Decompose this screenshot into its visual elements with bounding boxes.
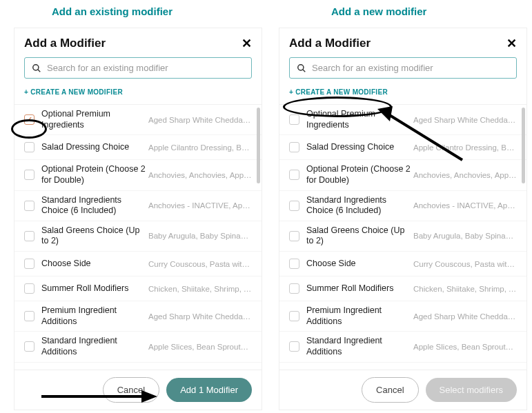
modal-title: Add a Modifier <box>289 37 371 50</box>
checkbox[interactable] <box>289 370 299 370</box>
create-new-modifier-link[interactable]: + CREATE A NEW MODIFIER <box>24 88 123 96</box>
list-item[interactable]: Add AvocadoAvocado <box>279 363 526 370</box>
list-item[interactable]: Salad Greens Choice (Up to 2)Baby Arugul… <box>279 221 526 252</box>
checkbox[interactable] <box>289 201 299 211</box>
list-item[interactable]: Standard Ingredients Choice (6 Included)… <box>279 191 526 221</box>
modifier-desc: Chicken, Shiitake, Shrimp, Tuna, T… <box>148 285 252 293</box>
list-item[interactable]: Standard Ingredient AdditionsApple Slice… <box>279 332 526 362</box>
modifier-name: Standard Ingredient Additions <box>41 336 148 357</box>
checkbox[interactable] <box>289 259 299 269</box>
heading-right: Add a new modifier <box>331 6 426 17</box>
checkbox[interactable] <box>24 341 35 352</box>
checkbox[interactable] <box>24 231 35 241</box>
list-item[interactable]: Premium Ingredient AdditionsAged Sharp W… <box>279 301 526 332</box>
svg-line-3 <box>303 69 306 72</box>
modifier-desc: Anchovies - INACTIVE, Apple Sli… <box>148 201 252 210</box>
scrollbar-thumb[interactable] <box>257 108 260 183</box>
search-icon <box>32 63 41 73</box>
list-item[interactable]: Optional Premium IngredientsAged Sharp W… <box>279 105 526 135</box>
modifier-name: Salad Dressing Choice <box>41 142 148 153</box>
list-item[interactable]: Choose SideCurry Couscous, Pasta with Su… <box>279 252 526 276</box>
list-item[interactable]: Add AvocadoAvocado <box>14 363 262 370</box>
checkbox[interactable] <box>289 341 299 352</box>
list-item[interactable]: Salad Greens Choice (Up to 2)Baby Arugul… <box>14 221 262 252</box>
modifier-name: Salad Dressing Choice <box>306 142 413 153</box>
cancel-button[interactable]: Cancel <box>103 377 159 403</box>
list-item[interactable]: Salad Dressing ChoiceApple Cilantro Dres… <box>14 135 262 160</box>
checkbox[interactable] <box>289 114 299 125</box>
modifier-desc: Curry Couscous, Pasta with Sund… <box>413 260 517 268</box>
modifier-desc: Chicken, Shiitake, Shrimp, Tuna, T… <box>413 285 517 293</box>
list-item[interactable]: Standard Ingredients Choice (6 Included)… <box>14 191 262 221</box>
modifier-list: Optional Premium IngredientsAged Sharp W… <box>279 104 526 370</box>
modifier-name: Salad Greens Choice (Up to 2) <box>306 225 413 247</box>
list-item[interactable]: Premium Ingredient AdditionsAged Sharp W… <box>14 301 262 332</box>
heading-left: Add an existing modifier <box>52 6 173 17</box>
modifier-name: Optional Protein (Choose 2 for Double) <box>41 164 148 185</box>
modifier-desc: Curry Couscous, Pasta with Sund… <box>148 260 252 268</box>
modifier-desc: Aged Sharp White Cheddar Chee… <box>148 312 252 321</box>
search-input[interactable] <box>47 63 244 73</box>
modifier-desc: Aged Sharp White Cheddar Chee… <box>148 116 252 124</box>
modifier-name: Premium Ingredient Additions <box>306 305 413 327</box>
modal-existing: Add a Modifier ✕ + CREATE A NEW MODIFIER… <box>14 28 262 410</box>
cancel-button[interactable]: Cancel <box>362 377 418 403</box>
checkbox[interactable] <box>289 231 299 241</box>
modifier-desc: Anchovies, Anchovies, Applewoo… <box>413 171 517 179</box>
search-input[interactable] <box>312 63 509 73</box>
list-item[interactable]: Summer Roll ModifiersChicken, Shiitake, … <box>14 276 262 301</box>
modifier-name: Choose Side <box>306 259 413 270</box>
modifier-desc: Anchovies, Anchovies, Applewoo… <box>148 171 252 179</box>
modal-title: Add a Modifier <box>24 37 106 50</box>
checkbox[interactable] <box>289 283 299 294</box>
list-item[interactable]: Optional Protein (Choose 2 for Double)An… <box>14 160 262 190</box>
list-item[interactable]: Standard Ingredient AdditionsApple Slice… <box>14 332 262 362</box>
modifier-desc: Baby Arugula, Baby Spinach, Butt… <box>148 232 252 240</box>
svg-point-0 <box>33 64 39 70</box>
modifier-desc: Aged Sharp White Cheddar Chee… <box>413 312 517 321</box>
create-new-modifier-link[interactable]: + CREATE A NEW MODIFIER <box>289 88 388 96</box>
search-icon <box>297 63 306 73</box>
list-item[interactable]: Optional Protein (Choose 2 for Double)An… <box>279 160 526 190</box>
checkbox[interactable] <box>24 311 35 321</box>
modifier-desc: Baby Arugula, Baby Spinach, Butt… <box>413 232 517 240</box>
list-item[interactable]: Summer Roll ModifiersChicken, Shiitake, … <box>279 276 526 301</box>
search-input-wrap[interactable] <box>24 57 252 79</box>
select-modifiers-button[interactable]: Select modifiers <box>426 378 517 402</box>
modifier-name: Standard Ingredients Choice (6 Included) <box>41 195 148 216</box>
modifier-name: Standard Ingredient Additions <box>306 336 413 357</box>
modifier-name: Premium Ingredient Additions <box>41 305 148 327</box>
checkbox[interactable] <box>24 114 35 125</box>
close-icon[interactable]: ✕ <box>506 37 517 50</box>
checkbox[interactable] <box>289 142 299 152</box>
checkbox[interactable] <box>289 170 299 180</box>
checkbox[interactable] <box>24 142 35 152</box>
modifier-name: Salad Greens Choice (Up to 2) <box>41 225 148 247</box>
list-item[interactable]: Salad Dressing ChoiceApple Cilantro Dres… <box>279 135 526 160</box>
modifier-desc: Apple Slices, Bean Sprouts, Black … <box>148 343 252 351</box>
modifier-desc: Anchovies - INACTIVE, Apple Sli… <box>413 201 517 210</box>
modifier-name: Summer Roll Modifiers <box>306 283 413 294</box>
scrollbar-thumb[interactable] <box>522 108 525 183</box>
checkbox[interactable] <box>24 370 35 370</box>
checkbox[interactable] <box>24 283 35 294</box>
modifier-name: Add Avocado <box>41 369 148 370</box>
modifier-name: Choose Side <box>41 259 148 270</box>
checkbox[interactable] <box>289 311 299 321</box>
svg-point-2 <box>298 64 304 70</box>
search-input-wrap[interactable] <box>289 57 517 79</box>
modifier-desc: Aged Sharp White Cheddar Chee… <box>413 116 517 124</box>
modifier-name: Summer Roll Modifiers <box>41 283 148 294</box>
checkbox[interactable] <box>24 201 35 211</box>
add-modifier-button[interactable]: Add 1 Modifier <box>166 378 252 402</box>
modifier-desc: Apple Cilantro Dressing, Balsami… <box>148 143 252 152</box>
modifier-name: Add Avocado <box>306 369 413 370</box>
modifier-desc: Apple Cilantro Dressing, Balsami… <box>413 143 517 152</box>
checkbox[interactable] <box>24 259 35 269</box>
checkbox[interactable] <box>24 170 35 180</box>
close-icon[interactable]: ✕ <box>242 37 252 50</box>
modifier-desc: Apple Slices, Bean Sprouts, Black … <box>413 343 517 351</box>
list-item[interactable]: Choose SideCurry Couscous, Pasta with Su… <box>14 252 262 276</box>
list-item[interactable]: Optional Premium IngredientsAged Sharp W… <box>14 105 262 135</box>
modifier-list: Optional Premium IngredientsAged Sharp W… <box>14 104 262 370</box>
